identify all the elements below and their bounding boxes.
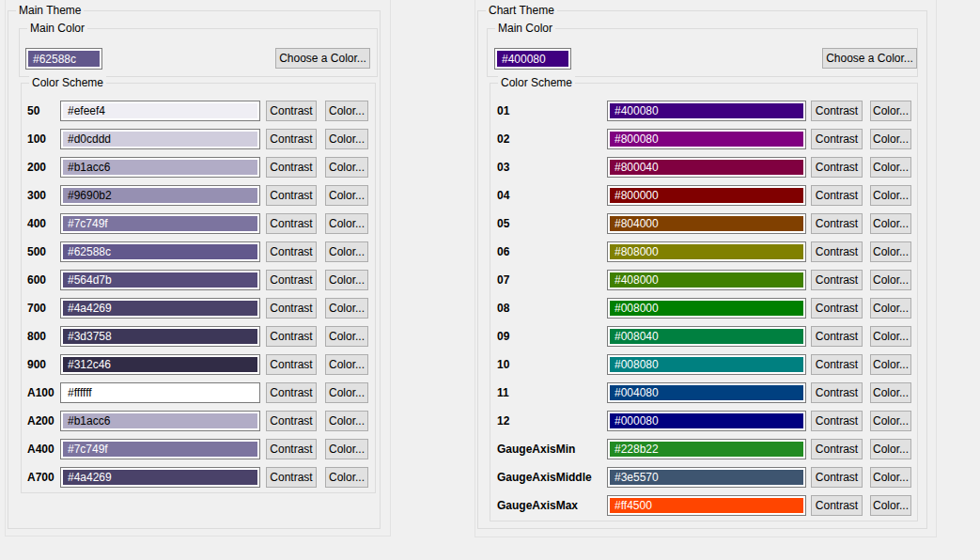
color-value-field[interactable]: #b1acc6 [60,411,260,431]
contrast-button[interactable]: Contrast [266,129,317,149]
color-value-field[interactable]: #800080 [607,129,806,149]
color-button[interactable]: Color... [870,326,911,347]
color-value-field[interactable]: #808000 [607,241,806,262]
color-button[interactable]: Color... [870,382,911,403]
color-button[interactable]: Color... [325,354,368,375]
color-scheme-row: A100#ffffffContrastColor... [22,382,375,411]
contrast-button[interactable]: Contrast [266,439,317,459]
color-button[interactable]: Color... [870,157,911,178]
contrast-button[interactable]: Contrast [266,185,317,206]
contrast-button[interactable]: Contrast [266,270,317,290]
contrast-button[interactable]: Contrast [266,411,317,431]
color-value-field[interactable]: #312c46 [60,354,260,375]
contrast-button[interactable]: Contrast [811,411,863,431]
color-value-field[interactable]: #008080 [607,354,806,375]
contrast-button[interactable]: Contrast [266,101,317,121]
color-value-field[interactable]: #efeef4 [60,101,260,121]
color-value-field[interactable]: #d0cddd [60,129,260,149]
contrast-button[interactable]: Contrast [811,439,863,459]
contrast-button[interactable]: Contrast [811,298,863,319]
contrast-button[interactable]: Contrast [266,326,317,347]
contrast-button[interactable]: Contrast [811,241,863,262]
color-hex-value: #564d7b [63,272,257,288]
color-value-field[interactable]: #4a4269 [60,467,260,488]
color-button[interactable]: Color... [325,439,368,459]
color-button[interactable]: Color... [870,495,911,516]
contrast-button[interactable]: Contrast [811,495,863,516]
contrast-button[interactable]: Contrast [811,467,863,488]
main-color-swatch[interactable]: #400080 [494,48,571,70]
color-value-field[interactable]: #400080 [607,101,806,121]
contrast-button[interactable]: Contrast [266,241,317,262]
color-button[interactable]: Color... [870,467,911,488]
contrast-button[interactable]: Contrast [811,213,863,234]
color-button[interactable]: Color... [325,157,368,178]
choose-color-button[interactable]: Choose a Color... [822,48,917,69]
color-button[interactable]: Color... [870,411,911,431]
color-value-field[interactable]: #7c749f [60,439,260,459]
color-value-field[interactable]: #004080 [607,382,806,403]
color-button[interactable]: Color... [325,411,368,431]
contrast-button[interactable]: Contrast [266,157,317,178]
color-button[interactable]: Color... [325,241,368,262]
main-color-hex-value: #400080 [497,51,568,67]
contrast-button[interactable]: Contrast [266,382,317,403]
main-color-swatch[interactable]: #62588c [25,48,102,70]
color-button[interactable]: Color... [870,439,911,459]
color-value-field[interactable]: #800000 [607,185,806,206]
color-button[interactable]: Color... [870,129,911,149]
color-button[interactable]: Color... [870,354,911,375]
contrast-button[interactable]: Contrast [811,270,863,290]
contrast-button[interactable]: Contrast [811,101,863,121]
color-value-field[interactable]: #3d3758 [60,326,260,347]
color-button[interactable]: Color... [870,101,911,121]
contrast-button[interactable]: Contrast [811,129,863,149]
color-value-field[interactable]: #564d7b [60,270,260,290]
color-button[interactable]: Color... [870,241,911,262]
color-value-field[interactable]: #62588c [60,241,260,262]
color-button[interactable]: Color... [325,213,368,234]
contrast-button[interactable]: Contrast [811,354,863,375]
color-value-field[interactable]: #800040 [607,157,806,178]
color-value-field[interactable]: #4a4269 [60,298,260,319]
color-value-field[interactable]: #ffffff [60,382,260,403]
contrast-button[interactable]: Contrast [266,467,317,488]
row-label: 300 [27,185,59,206]
color-button[interactable]: Color... [325,270,368,290]
color-value-field[interactable]: #228b22 [607,439,806,459]
contrast-button[interactable]: Contrast [266,298,317,319]
contrast-button[interactable]: Contrast [811,185,863,206]
color-scheme-row: A200#b1acc6ContrastColor... [22,411,375,439]
row-label: 50 [27,101,59,121]
color-value-field[interactable]: #408000 [607,270,806,290]
contrast-button[interactable]: Contrast [266,354,317,375]
color-button[interactable]: Color... [870,298,911,319]
color-value-field[interactable]: #3e5570 [607,467,806,488]
color-button[interactable]: Color... [325,129,368,149]
color-button[interactable]: Color... [870,213,911,234]
color-button[interactable]: Color... [325,298,368,319]
color-value-field[interactable]: #b1acc6 [60,157,260,178]
color-value-field[interactable]: #9690b2 [60,185,260,206]
contrast-button[interactable]: Contrast [811,157,863,178]
color-button[interactable]: Color... [325,185,368,206]
color-button[interactable]: Color... [325,382,368,403]
color-value-field[interactable]: #7c749f [60,213,260,234]
contrast-button[interactable]: Contrast [266,213,317,234]
color-button[interactable]: Color... [325,326,368,347]
contrast-button[interactable]: Contrast [811,382,863,403]
color-button[interactable]: Color... [325,467,368,488]
color-value-field[interactable]: #000080 [607,411,806,431]
color-button[interactable]: Color... [325,101,368,121]
color-scheme-row: 05#804000ContrastColor... [490,213,917,241]
choose-color-button[interactable]: Choose a Color... [275,48,370,69]
color-button[interactable]: Color... [870,185,911,206]
row-label: 09 [497,326,605,347]
color-button[interactable]: Color... [870,270,911,290]
color-value-field[interactable]: #804000 [607,213,806,234]
row-label: 800 [27,326,59,347]
contrast-button[interactable]: Contrast [811,326,863,347]
color-value-field[interactable]: #008040 [607,326,806,347]
color-value-field[interactable]: #008000 [607,298,806,319]
color-value-field[interactable]: #ff4500 [607,495,806,516]
